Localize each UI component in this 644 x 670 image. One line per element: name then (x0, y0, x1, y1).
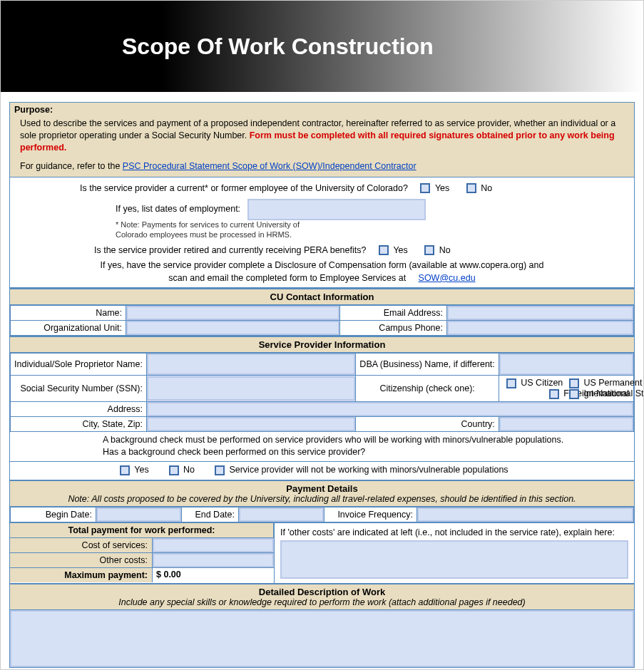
q2-yes-checkbox[interactable] (379, 245, 389, 255)
bg-yes-checkbox[interactable] (120, 465, 130, 475)
sow-email-link[interactable]: SOW@cu.edu (419, 273, 476, 283)
max-payment-value: $ 0.00 (153, 568, 274, 582)
other-costs-label: Other costs: (10, 553, 153, 567)
pera-text-b: scan and email the completed form to Emp… (168, 273, 406, 283)
cit-us-label: US Citizen (521, 378, 563, 388)
q1-note: * Note: Payments for services to current… (116, 220, 315, 239)
other-explain-input[interactable] (280, 540, 628, 579)
cu-contact-header: CU Contact Information (10, 289, 634, 305)
cit-us-checkbox[interactable] (506, 378, 516, 388)
cu-org-label: Organizational Unit: (11, 321, 126, 336)
page-title: Scope Of Work Construction (122, 34, 434, 60)
bg-notwork-checkbox[interactable] (215, 465, 225, 475)
cit-intl-label: International Student (583, 388, 644, 398)
bg-yes-label: Yes (134, 465, 148, 475)
cu-email-label: Email Address: (340, 306, 447, 321)
other-explain-label: If 'other costs' are indicated at left (… (280, 527, 628, 537)
sp-address-input[interactable] (147, 402, 633, 416)
description-input[interactable] (10, 610, 634, 667)
sp-country-input[interactable] (499, 417, 633, 431)
employment-dates-input[interactable] (247, 199, 426, 220)
other-costs-input[interactable] (153, 553, 274, 567)
description-header: Detailed Description of Work Include any… (10, 584, 634, 610)
q2-question: Is the service provider retired and curr… (94, 245, 366, 255)
q1-question: Is the service provider a current* or fo… (80, 183, 408, 193)
begin-date-label: Begin Date: (11, 507, 96, 522)
sp-csz-label: City, State, Zip: (11, 416, 147, 431)
q1-yes-label: Yes (435, 183, 449, 193)
q1-yes-checkbox[interactable] (420, 183, 430, 193)
sp-ssn-label: Social Security Number (SSN): (11, 376, 147, 401)
cu-name-label: Name: (11, 306, 126, 321)
purpose-label: Purpose: (14, 105, 630, 115)
sp-dba-input[interactable] (499, 354, 633, 375)
payment-subnote: Note: All costs proposed to be covered b… (10, 494, 634, 504)
end-date-input[interactable] (239, 507, 324, 522)
q1-no-label: No (481, 183, 492, 193)
cu-org-input[interactable] (126, 321, 339, 335)
begin-date-input[interactable] (96, 507, 181, 522)
bg-notwork-label: Service provider will not be working wit… (229, 465, 508, 475)
sp-citizenship-label: Citizenship (check one): (356, 376, 499, 401)
q2-yes-label: Yes (393, 245, 407, 255)
max-payment-label: Maximum payment: (10, 568, 153, 582)
bg-no-checkbox[interactable] (169, 465, 179, 475)
end-date-label: End Date: (182, 507, 239, 522)
q2-no-label: No (439, 245, 451, 255)
sp-header: Service Provider Information (10, 337, 634, 353)
sp-ssn-input[interactable] (147, 376, 355, 401)
bg-text-a: A background check must be performed on … (103, 435, 563, 445)
cost-label: Cost of services: (10, 538, 153, 552)
cu-phone-label: Campus Phone: (340, 321, 447, 336)
cit-fn-checkbox[interactable] (549, 389, 559, 399)
bg-text-b: Has a background check been performed on… (103, 447, 365, 457)
cit-pr-label: US Permanent Resident (583, 378, 644, 388)
cost-input[interactable] (153, 538, 274, 552)
sp-dba-label: DBA (Business) Name, if different: (356, 354, 499, 376)
q1-ifyes-label: If yes, list dates of employment: (116, 205, 240, 215)
q2-no-checkbox[interactable] (424, 245, 434, 255)
guidance-prefix: For guidance, refer to the (20, 161, 123, 171)
purpose-section: Purpose: Used to describe the services a… (10, 103, 634, 177)
sp-address-label: Address: (11, 401, 147, 416)
cu-phone-input[interactable] (447, 321, 633, 335)
sp-indiv-input[interactable] (147, 354, 355, 375)
cu-name-input[interactable] (126, 306, 339, 320)
sp-country-label: Country: (356, 416, 499, 431)
cit-intl-checkbox[interactable] (569, 389, 579, 399)
pera-text-a: If yes, have the service provider comple… (101, 260, 544, 270)
guidance-link[interactable]: PSC Procedural Statement Scope of Work (… (123, 161, 416, 171)
sp-csz-input[interactable] (147, 417, 355, 431)
invoice-freq-input[interactable] (417, 507, 633, 522)
invoice-freq-label: Invoice Frequency: (324, 507, 417, 522)
cit-pr-checkbox[interactable] (569, 378, 579, 388)
total-payment-label: Total payment for work performed: (10, 523, 274, 537)
q1-no-checkbox[interactable] (466, 183, 476, 193)
cu-email-input[interactable] (447, 306, 633, 320)
bg-no-label: No (183, 465, 195, 475)
payment-header: Payment Details Note: All costs proposed… (10, 481, 634, 507)
description-subnote: Include any special skills or knowledge … (10, 597, 634, 607)
sp-indiv-label: Individual/Sole Proprietor Name: (11, 354, 147, 376)
